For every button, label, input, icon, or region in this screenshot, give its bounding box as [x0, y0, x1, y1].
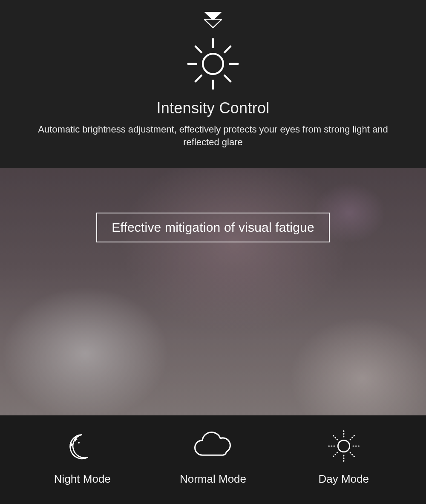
- mode-night: Night Mode: [17, 428, 148, 486]
- svg-point-2: [203, 54, 223, 74]
- mode-label: Day Mode: [318, 472, 369, 486]
- hero-image: Effective mitigation of visual fatigue: [0, 168, 426, 415]
- down-arrow-icon: [0, 12, 426, 28]
- hero-overlay-text: Effective mitigation of visual fatigue: [96, 213, 330, 242]
- svg-line-20: [333, 452, 337, 457]
- header-section: Intensity Control Automatic brightness a…: [0, 0, 426, 168]
- section-title: Intensity Control: [0, 99, 426, 117]
- sun-icon: [326, 428, 361, 464]
- svg-marker-1: [204, 19, 222, 28]
- moon-stars-icon: [66, 428, 99, 464]
- svg-point-11: [78, 442, 80, 444]
- sun-icon: [0, 36, 426, 92]
- cloud-icon: [190, 428, 236, 464]
- svg-line-7: [196, 46, 201, 52]
- svg-line-18: [350, 452, 354, 457]
- mode-label: Normal Mode: [180, 472, 246, 486]
- mode-label: Night Mode: [54, 472, 111, 486]
- mode-day: Day Mode: [278, 428, 409, 486]
- mode-normal: Normal Mode: [148, 428, 279, 486]
- svg-line-8: [225, 75, 230, 81]
- svg-line-19: [350, 435, 354, 440]
- svg-point-12: [338, 440, 349, 452]
- svg-line-17: [333, 435, 337, 440]
- modes-row: Night Mode Normal Mode: [0, 415, 426, 504]
- section-subtitle: Automatic brightness adjustment, effecti…: [26, 123, 400, 148]
- svg-line-9: [225, 46, 230, 52]
- svg-line-10: [196, 75, 201, 81]
